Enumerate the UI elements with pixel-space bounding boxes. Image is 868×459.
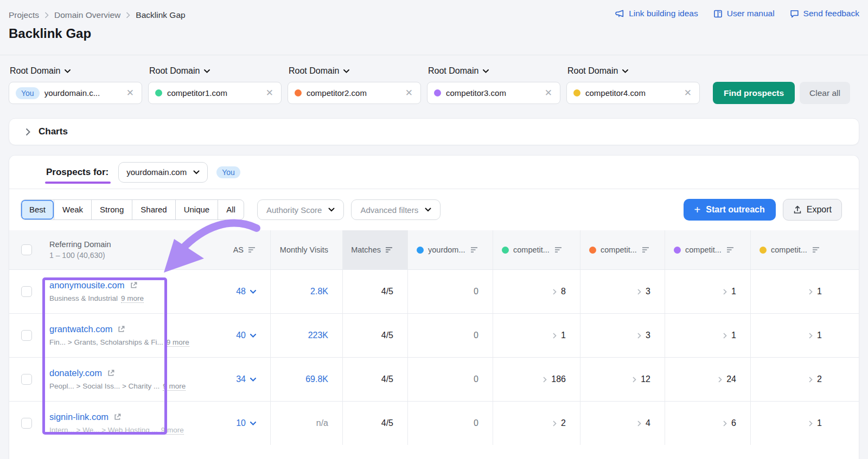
expand-count[interactable]: 3 bbox=[637, 331, 650, 340]
send-feedback-link[interactable]: Send feedback bbox=[790, 9, 859, 18]
matches-value: 4/5 bbox=[381, 418, 393, 428]
as-label: AS bbox=[233, 245, 244, 254]
as-value-dropdown[interactable]: 10 bbox=[236, 418, 256, 428]
pagination-info: 1 – 100 (40,630) bbox=[49, 251, 105, 260]
advanced-filters-dropdown[interactable]: Advanced filters bbox=[351, 199, 441, 220]
row-checkbox-cell bbox=[9, 358, 44, 401]
monthly-visits-header[interactable]: Monthly Visits bbox=[270, 230, 342, 269]
chevron-down-icon bbox=[65, 69, 71, 73]
competitor2-column-header[interactable]: competit... bbox=[580, 230, 665, 269]
domain-input-competitor4[interactable]: competitor4.com ✕ bbox=[566, 82, 700, 104]
close-icon[interactable]: ✕ bbox=[683, 87, 693, 99]
domain-link[interactable]: anonymousite.com bbox=[49, 280, 138, 290]
start-outreach-button[interactable]: + Start outreach bbox=[684, 199, 776, 221]
row-checkbox[interactable] bbox=[21, 286, 32, 297]
expand-count[interactable]: 8 bbox=[553, 287, 566, 296]
as-value-dropdown[interactable]: 34 bbox=[236, 374, 256, 384]
row-checkbox[interactable] bbox=[21, 330, 32, 341]
expand-count[interactable]: 2 bbox=[553, 418, 566, 428]
expand-count[interactable]: 24 bbox=[718, 374, 736, 384]
tab-strong[interactable]: Strong bbox=[91, 200, 132, 219]
as-value-dropdown[interactable]: 48 bbox=[236, 287, 256, 296]
close-icon[interactable]: ✕ bbox=[404, 87, 414, 99]
external-link-icon[interactable] bbox=[113, 413, 122, 421]
root-domain-dropdown[interactable]: Root Domain bbox=[9, 66, 142, 76]
expand-count[interactable]: 1 bbox=[553, 331, 566, 340]
expand-count[interactable]: 1 bbox=[809, 418, 822, 428]
tab-best[interactable]: Best bbox=[21, 200, 54, 219]
sort-icon[interactable] bbox=[555, 247, 563, 253]
expand-count[interactable]: 4 bbox=[637, 418, 650, 428]
breadcrumb-domain-overview[interactable]: Domain Overview bbox=[54, 10, 120, 20]
domain-link[interactable]: donately.com bbox=[49, 368, 115, 378]
link-building-ideas-link[interactable]: Link building ideas bbox=[615, 9, 698, 18]
close-icon[interactable]: ✕ bbox=[125, 87, 135, 99]
find-prospects-button[interactable]: Find prospects bbox=[713, 82, 795, 104]
select-all-checkbox[interactable] bbox=[21, 244, 32, 255]
tab-unique[interactable]: Unique bbox=[175, 200, 218, 219]
tab-shared[interactable]: Shared bbox=[132, 200, 175, 219]
expand-count[interactable]: 1 bbox=[809, 331, 822, 340]
external-link-icon[interactable] bbox=[117, 325, 125, 333]
sort-icon[interactable] bbox=[386, 247, 393, 253]
charts-section-toggle[interactable]: Charts bbox=[9, 118, 859, 145]
competitor1-count-cell: 1 bbox=[493, 314, 580, 357]
close-icon[interactable]: ✕ bbox=[265, 87, 275, 99]
user-manual-link[interactable]: User manual bbox=[713, 9, 775, 18]
domain-input-competitor3[interactable]: competitor3.com ✕ bbox=[427, 82, 560, 104]
chevron-down-icon bbox=[250, 378, 256, 382]
clear-all-button[interactable]: Clear all bbox=[800, 82, 850, 104]
advanced-filters-label: Advanced filters bbox=[360, 205, 418, 215]
monthly-visits-value[interactable]: 223K bbox=[308, 331, 328, 340]
domain-link[interactable]: signin-link.com bbox=[49, 412, 122, 422]
expand-count[interactable]: 1 bbox=[723, 331, 736, 340]
sort-icon[interactable] bbox=[813, 247, 820, 253]
expand-count[interactable]: 2 bbox=[809, 374, 822, 384]
as-value-dropdown[interactable]: 40 bbox=[236, 331, 256, 340]
yourdomain-column-header[interactable]: yourdom... bbox=[407, 230, 493, 269]
root-domain-dropdown[interactable]: Root Domain bbox=[427, 66, 560, 76]
root-domain-dropdown[interactable]: Root Domain bbox=[566, 66, 700, 76]
more-categories-link[interactable]: 9 more bbox=[167, 338, 189, 347]
expand-count[interactable]: 6 bbox=[723, 418, 736, 428]
as-column-header[interactable]: AS bbox=[228, 230, 270, 269]
expand-count[interactable]: 1 bbox=[809, 287, 822, 296]
monthly-visits-value[interactable]: n/a bbox=[316, 418, 328, 428]
more-categories-link[interactable]: 9 more bbox=[163, 382, 186, 391]
more-categories-link[interactable]: 9 more bbox=[121, 294, 144, 303]
tab-weak[interactable]: Weak bbox=[54, 200, 91, 219]
root-domain-dropdown[interactable]: Root Domain bbox=[288, 66, 421, 76]
competitor4-column-header[interactable]: competit... bbox=[750, 230, 836, 269]
more-categories-link[interactable]: 9 more bbox=[161, 426, 184, 435]
expand-count[interactable]: 1 bbox=[723, 287, 736, 296]
breadcrumb-projects[interactable]: Projects bbox=[9, 10, 39, 20]
competitor1-column-header[interactable]: competit... bbox=[493, 230, 580, 269]
domain-input-yourdomain[interactable]: You yourdomain.c... ✕ bbox=[9, 82, 142, 104]
expand-count[interactable]: 12 bbox=[633, 374, 650, 384]
domain-link[interactable]: grantwatch.com bbox=[49, 324, 125, 334]
authority-score-dropdown[interactable]: Authority Score bbox=[257, 199, 344, 220]
domain-input-competitor1[interactable]: competitor1.com ✕ bbox=[148, 82, 282, 104]
expand-count[interactable]: 3 bbox=[637, 287, 650, 296]
domain-input-competitor2[interactable]: competitor2.com ✕ bbox=[288, 82, 421, 104]
export-button[interactable]: Export bbox=[783, 199, 842, 221]
tab-all[interactable]: All bbox=[218, 200, 244, 219]
expand-count[interactable]: 186 bbox=[543, 374, 566, 384]
close-icon[interactable]: ✕ bbox=[544, 87, 553, 99]
sort-icon[interactable] bbox=[248, 247, 256, 253]
external-link-icon[interactable] bbox=[107, 369, 115, 377]
chevron-right-icon bbox=[543, 377, 547, 383]
external-link-icon[interactable] bbox=[130, 281, 138, 289]
competitor3-column-header[interactable]: competit... bbox=[665, 230, 750, 269]
sort-icon[interactable] bbox=[471, 247, 478, 253]
monthly-visits-value[interactable]: 2.8K bbox=[310, 287, 328, 296]
competitor1-count-cell: 8 bbox=[493, 270, 580, 313]
root-domain-dropdown[interactable]: Root Domain bbox=[148, 66, 282, 76]
matches-column-header[interactable]: Matches bbox=[342, 230, 407, 269]
row-checkbox[interactable] bbox=[21, 374, 32, 385]
row-checkbox[interactable] bbox=[21, 418, 32, 429]
prospects-domain-select[interactable]: yourdomain.com bbox=[118, 162, 208, 183]
monthly-visits-value[interactable]: 69.8K bbox=[305, 374, 328, 384]
sort-icon[interactable] bbox=[727, 247, 735, 253]
sort-icon[interactable] bbox=[642, 247, 650, 253]
